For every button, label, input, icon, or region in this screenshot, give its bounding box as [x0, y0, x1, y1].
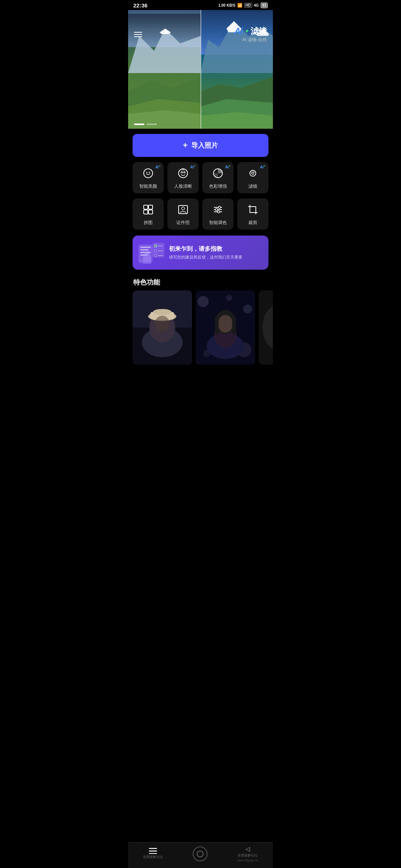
status-icons: 1.00 KB/S 📶 HD 4G 93	[218, 3, 268, 8]
import-label: 导入照片	[191, 141, 218, 150]
crop-icon	[247, 204, 259, 217]
svg-point-45	[226, 295, 232, 301]
app-header: Ai ✦ 滤镜 AI 滤镜-自然	[128, 23, 273, 46]
menu-button[interactable]	[134, 32, 142, 37]
feature-face-clear[interactable]: Ai+ 人脸清晰	[167, 162, 199, 193]
beauty-label: 智能美颜	[139, 183, 157, 190]
svg-point-49	[218, 315, 233, 333]
status-bar: 22:36 1.00 KB/S 📶 HD 4G 93	[128, 0, 273, 10]
slide-dot-2[interactable]	[147, 124, 157, 125]
feature-color-enhance[interactable]: Ai+ 色彩增强	[202, 162, 234, 193]
hills-right	[200, 66, 273, 129]
svg-rect-31	[250, 207, 256, 213]
beauty-icon	[142, 167, 154, 181]
app-name: 滤镜	[251, 26, 267, 37]
svg-rect-20	[149, 205, 153, 209]
wifi-icon: 📶	[237, 3, 242, 8]
feature-tone[interactable]: 智能调色	[202, 198, 234, 230]
showcase-card-3[interactable]	[259, 290, 273, 365]
hero-section: Ai ✦ 滤镜 AI 滤镜-自然	[128, 10, 273, 129]
svg-point-28	[218, 206, 221, 208]
filter-label: 滤镜	[248, 183, 257, 190]
hills-left	[128, 62, 200, 129]
app-title: Ai ✦ 滤镜	[234, 26, 267, 37]
status-time: 22:36	[133, 2, 147, 9]
feature-grid-row1: Ai+ 智能美颜 Ai+ 人脸清晰 Ai+	[128, 162, 273, 193]
svg-rect-19	[144, 205, 148, 209]
ai-badge-face: Ai+	[190, 164, 196, 169]
svg-rect-21	[144, 210, 148, 214]
showcase-art-3	[259, 290, 273, 365]
ai-logo: Ai ✦ 滤镜 AI 滤镜-自然	[234, 26, 267, 43]
svg-point-13	[146, 172, 147, 173]
svg-rect-51	[232, 316, 236, 335]
ai-text: Ai	[234, 26, 243, 36]
ai-badge-color: Ai+	[225, 164, 231, 169]
svg-point-15	[179, 169, 188, 178]
feature-crop[interactable]: 裁剪	[237, 198, 268, 230]
feature-filter[interactable]: Ai+ 滤镜	[237, 162, 268, 193]
svg-marker-5	[128, 110, 200, 129]
svg-point-38	[153, 309, 172, 315]
showcase-row	[128, 290, 273, 365]
id-photo-label: 证件照	[176, 220, 190, 226]
svg-point-30	[218, 211, 220, 213]
color-enhance-label: 色彩增强	[209, 183, 227, 190]
color-enhance-icon	[212, 167, 224, 181]
feature-grid-row2: 拼图 证件照 智能调色	[128, 198, 273, 230]
id-photo-icon	[177, 204, 189, 217]
import-plus-icon: +	[183, 141, 188, 150]
showcase-card-2[interactable]	[196, 290, 255, 365]
network-speed: 1.00 KB/S	[218, 3, 235, 7]
svg-point-12	[144, 169, 153, 178]
showcase-card-1[interactable]	[133, 290, 192, 365]
ai-sparkle-icon: ✦	[245, 28, 249, 34]
app-subtitle: AI 滤镜-自然	[242, 37, 267, 43]
feature-collage[interactable]: 拼图	[133, 198, 164, 230]
face-clear-label: 人脸清晰	[174, 183, 192, 190]
banner-title: 初来乍到，请多指教	[169, 245, 263, 253]
banner-subtitle: 填写您的建议和反馈，这对我们至关重要	[169, 254, 263, 260]
crop-label: 裁剪	[248, 220, 257, 226]
feature-id-photo[interactable]: 证件照	[167, 198, 199, 230]
svg-point-14	[149, 172, 150, 173]
showcase-art-2	[196, 290, 255, 365]
hd-label: HD	[244, 3, 252, 8]
face-clear-icon	[177, 167, 189, 181]
collage-icon	[142, 204, 154, 217]
svg-point-17	[184, 172, 185, 173]
tone-label: 智能调色	[209, 220, 227, 226]
battery-indicator: 93	[261, 3, 268, 8]
banner-text-area: 初来乍到，请多指教 填写您的建议和反馈，这对我们至关重要	[169, 245, 263, 260]
svg-point-39	[155, 316, 170, 332]
svg-point-24	[182, 207, 185, 210]
filter-icon	[247, 167, 259, 181]
ai-badge-filter: Ai+	[260, 164, 265, 169]
signal-label: 4G	[254, 3, 259, 7]
slide-dot-1[interactable]	[134, 124, 144, 125]
svg-point-18	[252, 172, 254, 174]
special-features-header: 特色功能	[128, 276, 273, 290]
svg-point-41	[198, 296, 209, 307]
slide-indicators	[134, 124, 157, 125]
showcase-art-1	[133, 290, 192, 365]
feedback-banner[interactable]: 初来乍到，请多指教 填写您的建议和反馈，这对我们至关重要	[133, 236, 268, 270]
collage-label: 拼图	[144, 220, 153, 226]
import-photo-button[interactable]: + 导入照片	[133, 134, 268, 157]
ai-badge-beauty: Ai+	[155, 164, 161, 169]
feature-beauty[interactable]: Ai+ 智能美颜	[133, 162, 164, 193]
tone-icon	[212, 204, 224, 217]
svg-point-42	[243, 305, 252, 313]
svg-point-29	[215, 208, 218, 211]
svg-point-16	[181, 172, 183, 173]
svg-rect-22	[149, 210, 153, 214]
svg-rect-50	[215, 316, 219, 335]
banner-illustration	[138, 241, 164, 264]
